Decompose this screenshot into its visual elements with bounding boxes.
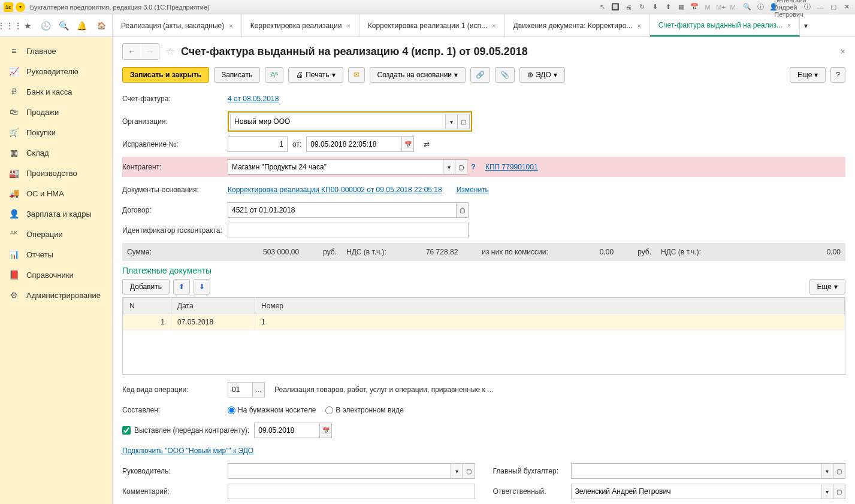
comment-input[interactable] (228, 484, 475, 499)
save-button[interactable]: Записать (214, 67, 260, 83)
action-icon[interactable]: ⇄ (421, 139, 432, 150)
tab-3[interactable]: Движения документа: Корректиро...× (505, 14, 650, 37)
issued-date-input[interactable] (254, 423, 320, 438)
sidebar-item-operations[interactable]: ᴬᴷОперации (0, 224, 112, 244)
tab-close-icon[interactable]: × (637, 22, 641, 29)
dropdown-icon[interactable]: ▾ (821, 484, 833, 499)
m-minus-icon[interactable]: M- (729, 2, 739, 12)
col-number[interactable]: Номер (255, 298, 845, 314)
kpp-link[interactable]: КПП 779901001 (485, 163, 538, 171)
tab-2[interactable]: Корректировка реализации 1 (исп...× (359, 14, 505, 37)
move-down-button[interactable]: ⬇ (194, 279, 210, 294)
issued-checkbox[interactable]: Выставлен (передан контрагенту): (122, 426, 249, 435)
calendar-picker-icon[interactable]: 📅 (402, 136, 414, 152)
more-button[interactable]: Еще ▾ (790, 67, 826, 83)
info-icon[interactable]: ⓘ (756, 2, 765, 12)
post-button[interactable]: Aᴷ (265, 67, 283, 83)
help-button[interactable]: ? (830, 67, 845, 83)
save-close-button[interactable]: Записать и закрыть (122, 67, 209, 83)
sidebar-item-admin[interactable]: ⚙Администрирование (0, 285, 112, 305)
print-button[interactable]: 🖨Печать ▾ (288, 67, 343, 83)
electronic-radio[interactable]: В электронном виде (325, 406, 403, 414)
favorite-star-icon[interactable]: ☆ (165, 45, 175, 58)
help-icon[interactable]: ? (467, 159, 479, 175)
sidebar-item-sales[interactable]: 🛍Продажи (0, 102, 112, 122)
tab-more-icon[interactable]: ▾ (800, 14, 812, 37)
correction-date-input[interactable] (306, 136, 402, 152)
email-button[interactable]: ✉ (348, 67, 365, 83)
info2-icon[interactable]: ⓘ (802, 2, 812, 12)
sidebar-item-reports[interactable]: 📊Отчеты (0, 244, 112, 265)
upload-icon[interactable]: ⬆ (663, 2, 673, 12)
payment-docs-grid[interactable]: N Дата Номер 1 07.05.2018 1 (122, 297, 845, 375)
open-icon[interactable]: ▢ (457, 202, 469, 218)
sidebar-item-references[interactable]: 📕Справочники (0, 265, 112, 285)
sidebar-item-bank[interactable]: ₽Банк и касса (0, 81, 112, 102)
app-menu-icon[interactable]: ▾ (16, 2, 25, 12)
tab-close-icon[interactable]: × (787, 22, 791, 29)
tab-0[interactable]: Реализация (акты, накладные)× (113, 14, 242, 37)
open-icon[interactable]: ▢ (833, 484, 845, 499)
minimize-icon[interactable]: — (815, 2, 825, 12)
calendar-icon[interactable]: 📅 (690, 2, 699, 12)
invoice-link[interactable]: 4 от 08.05.2018 (228, 95, 279, 103)
more-button-2[interactable]: Еще ▾ (809, 279, 845, 294)
create-based-button[interactable]: Создать на основании ▾ (370, 67, 466, 83)
sidebar-item-purchase[interactable]: 🛒Покупки (0, 122, 112, 142)
print-icon[interactable]: 🖨 (624, 2, 633, 12)
sidebar-item-production[interactable]: 🏭Производство (0, 163, 112, 183)
goscontract-input[interactable] (228, 223, 469, 238)
col-n[interactable]: N (123, 298, 171, 314)
sidebar-item-manager[interactable]: 📈Руководителю (0, 61, 112, 81)
open-icon[interactable]: ▢ (455, 159, 467, 175)
contract-input[interactable] (228, 202, 457, 218)
dropdown-icon[interactable]: ▾ (443, 159, 455, 175)
sidebar-item-assets[interactable]: 🚚ОС и НМА (0, 183, 112, 204)
m-mark-icon[interactable]: M (703, 2, 712, 12)
open-icon[interactable]: ▢ (463, 463, 475, 479)
back-button[interactable]: ← (123, 44, 140, 59)
apps-icon[interactable]: ⋮⋮⋮ (4, 20, 16, 32)
attach-button[interactable]: 📎 (495, 67, 515, 83)
m-plus-icon[interactable]: M+ (716, 2, 726, 12)
edo-button[interactable]: ⊕ ЭДО ▾ (519, 67, 565, 83)
download-icon[interactable]: ⬇ (650, 2, 660, 12)
ellipsis-icon[interactable]: … (253, 382, 265, 397)
tool-icon[interactable]: 🔲 (611, 2, 620, 12)
col-date[interactable]: Дата (171, 298, 255, 314)
basis-link[interactable]: Корректировка реализации КП00-000002 от … (228, 186, 442, 194)
sidebar-item-main[interactable]: ≡Главное (0, 41, 112, 61)
favorite-icon[interactable]: ★ (22, 20, 34, 32)
change-link[interactable]: Изменить (457, 186, 489, 194)
close-icon[interactable]: ✕ (842, 2, 851, 12)
op-code-input[interactable] (228, 382, 253, 397)
forward-button[interactable]: → (141, 44, 158, 59)
bell-icon[interactable]: 🔔 (75, 20, 87, 32)
edo-connect-link[interactable]: Подключить "ООО "Новый мир"" к ЭДО (122, 447, 253, 455)
move-up-button[interactable]: ⬆ (173, 279, 190, 294)
tab-1[interactable]: Корректировка реализации× (242, 14, 359, 37)
dropdown-icon[interactable]: ▾ (451, 463, 463, 479)
org-input[interactable] (230, 114, 446, 129)
refresh-icon[interactable]: ↻ (637, 2, 646, 12)
grid-icon[interactable]: ▦ (676, 2, 686, 12)
tab-close-icon[interactable]: × (492, 22, 496, 29)
correction-num-input[interactable] (228, 136, 288, 152)
paper-radio[interactable]: На бумажном носителе (228, 406, 316, 414)
sidebar-item-warehouse[interactable]: ▦Склад (0, 142, 112, 163)
add-button[interactable]: Добавить (122, 279, 170, 294)
calendar-picker-icon[interactable]: 📅 (320, 423, 332, 438)
table-row[interactable]: 1 07.05.2018 1 (123, 314, 845, 330)
dropdown-icon[interactable]: ▾ (446, 114, 458, 129)
accountant-input[interactable] (571, 463, 822, 479)
sidebar-item-hr[interactable]: 👤Зарплата и кадры (0, 204, 112, 224)
manager-input[interactable] (228, 463, 451, 479)
link-button[interactable]: 🔗 (470, 67, 490, 83)
tab-home[interactable]: 🏠 (91, 14, 113, 37)
open-icon[interactable]: ▢ (833, 463, 845, 479)
search-icon[interactable]: 🔍 (58, 20, 70, 32)
page-close-icon[interactable]: × (841, 47, 845, 56)
history-icon[interactable]: 🕒 (40, 20, 52, 32)
open-icon[interactable]: ▢ (458, 114, 470, 129)
counterparty-input[interactable] (228, 159, 443, 175)
